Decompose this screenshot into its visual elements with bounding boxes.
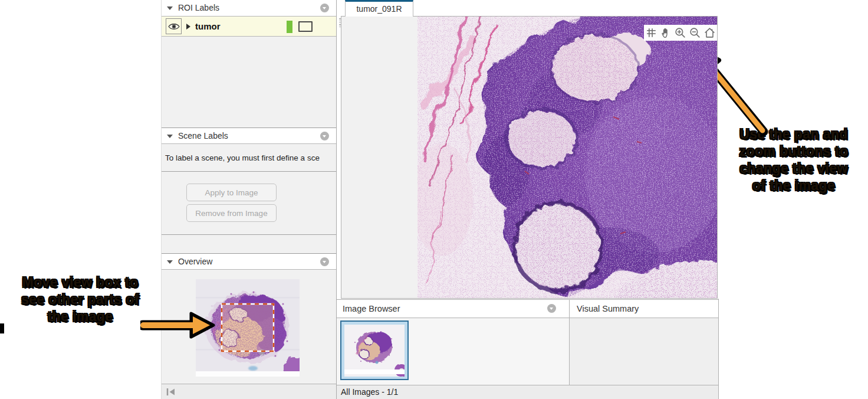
image-browser-title: Image Browser [343, 300, 400, 318]
home-icon[interactable] [703, 27, 716, 39]
viewer-toolbar [644, 25, 717, 41]
status-text: All Images - 1/1 [341, 385, 398, 398]
remove-from-image-button[interactable]: Remove from Image [186, 204, 277, 222]
status-bar: All Images - 1/1 [337, 385, 718, 399]
scene-labels-message: To label a scene, you must first define … [165, 145, 320, 172]
image-browser-content [337, 318, 569, 385]
left-arrow [140, 312, 216, 339]
note-line: see other parts of [0, 291, 160, 308]
pan-hand-icon[interactable] [660, 27, 672, 39]
tab-tumor-091R[interactable]: tumor_091R [345, 0, 413, 17]
browser-summary-panel: Image Browser Visual Summary [337, 299, 719, 399]
note-line: change the view [721, 160, 867, 177]
scene-panel-menu-button[interactable] [320, 132, 329, 140]
view-box-highlight [222, 304, 274, 351]
image-browser-menu-button[interactable] [547, 304, 556, 313]
note-line: the image [0, 308, 160, 325]
image-thumbnail-selected[interactable] [340, 320, 409, 380]
collapse-overview-icon[interactable] [167, 260, 173, 264]
overview-header: Overview [162, 253, 336, 270]
note-line: zoom buttons to [721, 143, 867, 160]
eye-icon [167, 22, 180, 31]
scene-labels-message-area: To label a scene, you must first define … [162, 145, 336, 172]
note-line: of the image [721, 177, 867, 194]
apply-to-image-button[interactable]: Apply to Image [186, 184, 277, 201]
overview-title: Overview [178, 254, 212, 270]
overview-panel-menu-button[interactable] [320, 257, 329, 266]
scene-labels-header: Scene Labels [162, 127, 336, 144]
scene-buttons-area: Apply to Image Remove from Image [162, 172, 336, 235]
roi-labels-title: ROI Labels [178, 0, 219, 16]
view-box-note: Move view box to see other parts of the … [0, 274, 160, 325]
zoom-in-icon[interactable] [674, 27, 686, 39]
visibility-toggle[interactable] [166, 18, 182, 34]
roi-labels-header: ROI Labels [162, 0, 336, 17]
slide-image[interactable] [417, 17, 717, 298]
roi-color-swatch[interactable] [287, 21, 292, 33]
image-browser-header: Image Browser [337, 299, 569, 318]
annotation-mark [0, 323, 4, 333]
expand-label-icon[interactable] [186, 24, 190, 30]
image-viewer-area: tumor_091R [337, 0, 719, 299]
collapse-roi-icon[interactable] [167, 6, 173, 10]
labels-panel: ROI Labels tumor Scene Labels To label a… [161, 0, 337, 399]
zoom-out-icon[interactable] [689, 27, 701, 39]
rectangle-roi-icon[interactable] [298, 21, 313, 32]
medical-image-labeler-screen: ROI Labels tumor Scene Labels To label a… [0, 0, 868, 399]
collapse-panel-icon[interactable] [166, 388, 176, 396]
visual-summary-header: Visual Summary [569, 299, 718, 318]
roi-panel-menu-button[interactable] [320, 4, 329, 12]
panel-footer [162, 384, 336, 399]
slide-viewport[interactable] [341, 16, 718, 299]
roi-label-row-tumor[interactable]: tumor [162, 17, 336, 37]
grid-icon[interactable] [645, 27, 657, 39]
visual-summary-title: Visual Summary [577, 300, 639, 318]
visual-summary-content [569, 318, 718, 385]
note-line: Move view box to [0, 274, 160, 291]
scene-labels-title: Scene Labels [178, 128, 228, 144]
collapse-scene-icon[interactable] [167, 135, 173, 138]
roi-label-name: tumor [195, 17, 221, 36]
